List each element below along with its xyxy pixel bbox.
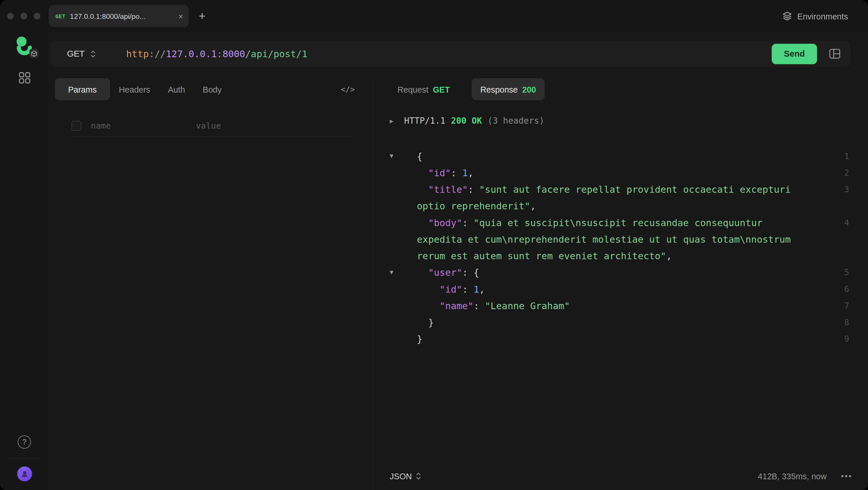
json-code: "id": 1, bbox=[417, 281, 811, 297]
tab-auth-label: Auth bbox=[168, 84, 185, 94]
json-code: } bbox=[417, 314, 811, 330]
app-logo[interactable] bbox=[14, 35, 35, 57]
tab-params[interactable]: Params bbox=[55, 78, 110, 100]
layers-icon bbox=[782, 11, 792, 21]
new-tab-button[interactable]: + bbox=[199, 9, 206, 23]
response-status-line: ▶ HTTP/1.1 200 OK (3 headers) bbox=[390, 114, 868, 128]
sidebar: ? bbox=[0, 32, 49, 490]
headers-collapse-icon[interactable]: ▶ bbox=[390, 117, 404, 124]
tab-response-status-badge: 200 bbox=[522, 84, 536, 94]
window-zoom-button[interactable] bbox=[34, 13, 40, 20]
line-number: 5 bbox=[844, 264, 868, 281]
window-minimize-button[interactable] bbox=[21, 13, 27, 20]
tab-close-icon[interactable]: × bbox=[178, 11, 183, 21]
updown-chevrons-icon bbox=[416, 472, 421, 480]
tab-response-label: Response bbox=[480, 84, 518, 94]
request-url[interactable]: http://127.0.0.1:8000/api/post/1 bbox=[126, 48, 308, 59]
json-code: { bbox=[417, 148, 811, 164]
updown-chevrons-icon bbox=[90, 50, 96, 58]
tab-body[interactable]: Body bbox=[194, 78, 230, 100]
sync-cube-icon[interactable] bbox=[29, 49, 39, 58]
json-code: "name": "Leanne Graham" bbox=[417, 297, 811, 314]
param-name-input[interactable] bbox=[91, 120, 196, 130]
tab-request-method-badge: GET bbox=[433, 84, 450, 94]
tab-title: 127.0.0.1:8000/api/po... bbox=[70, 12, 174, 20]
line-number: 1 bbox=[844, 148, 868, 164]
line-number: 8 bbox=[844, 314, 868, 330]
tab-auth[interactable]: Auth bbox=[159, 78, 194, 100]
json-code: "body": "quia et suscipit\nsuscipit recu… bbox=[417, 214, 811, 264]
response-panel: Request GET Response 200 ▶ HTTP/1.1 200 … bbox=[372, 76, 868, 490]
app-window: GET 127.0.0.1:8000/api/po... × + Environ… bbox=[0, 0, 868, 490]
json-line: "name": "Leanne Graham"7 bbox=[389, 297, 868, 314]
collapse-toggle-icon[interactable]: ▼ bbox=[389, 148, 417, 164]
tab-body-label: Body bbox=[203, 84, 222, 94]
title-bar: GET 127.0.0.1:8000/api/po... × + Environ… bbox=[0, 0, 868, 32]
url-bar: GET http://127.0.0.1:8000/api/post/1 Sen… bbox=[51, 40, 851, 67]
layout-grid-button[interactable] bbox=[827, 45, 843, 62]
json-line: "id": 1,2 bbox=[389, 165, 868, 181]
status-code: 200 OK bbox=[451, 116, 482, 126]
url-segment: 127.0.0.1 bbox=[166, 48, 217, 59]
param-row bbox=[71, 115, 354, 137]
sidebar-divider bbox=[9, 458, 40, 459]
main-content: GET http://127.0.0.1:8000/api/post/1 Sen… bbox=[49, 32, 868, 490]
workspace-panels: Params Headers Auth Body </> bbox=[49, 76, 868, 490]
response-tabs: Request GET Response 200 bbox=[373, 78, 868, 100]
url-segment: /api/post/1 bbox=[245, 48, 308, 59]
request-url-row: GET http://127.0.0.1:8000/api/post/1 Sen… bbox=[49, 32, 868, 76]
format-dropdown[interactable]: JSON bbox=[390, 471, 421, 481]
window-controls bbox=[0, 13, 49, 20]
tab-response[interactable]: Response 200 bbox=[471, 78, 545, 100]
url-segment: 8000 bbox=[222, 48, 245, 59]
tab-headers[interactable]: Headers bbox=[110, 78, 159, 100]
param-enabled-checkbox[interactable] bbox=[71, 120, 81, 130]
tab-request[interactable]: Request GET bbox=[389, 78, 459, 100]
json-code: "id": 1, bbox=[417, 165, 811, 181]
request-tabs: Params Headers Auth Body </> bbox=[55, 78, 362, 100]
more-options-button[interactable]: ••• bbox=[841, 471, 852, 481]
environments-button[interactable]: Environments bbox=[782, 11, 848, 21]
response-body: ▼{1 "id": 1,2 "title": "sunt aut facere … bbox=[373, 148, 868, 461]
json-line: }9 bbox=[389, 330, 868, 347]
param-value-input[interactable] bbox=[196, 120, 301, 130]
request-panel: Params Headers Auth Body </> bbox=[49, 76, 372, 490]
line-number: 7 bbox=[844, 297, 868, 314]
url-segment: : bbox=[217, 48, 222, 59]
window-close-button[interactable] bbox=[7, 13, 14, 20]
response-meta: 412B, 335ms, now bbox=[758, 471, 827, 481]
tab-request-label: Request bbox=[398, 84, 429, 94]
help-button[interactable]: ? bbox=[18, 435, 31, 449]
code-view-icon[interactable]: </> bbox=[341, 85, 355, 94]
environments-label: Environments bbox=[797, 11, 848, 21]
line-number: 4 bbox=[844, 214, 868, 231]
tab-method-badge: GET bbox=[55, 13, 66, 19]
method-label: GET bbox=[67, 49, 85, 59]
line-number: 6 bbox=[844, 281, 868, 297]
json-line: "body": "quia et suscipit\nsuscipit recu… bbox=[389, 214, 868, 264]
tab-headers-label: Headers bbox=[119, 84, 150, 94]
line-number: 2 bbox=[844, 165, 868, 181]
workspaces-grid-icon[interactable] bbox=[19, 72, 30, 84]
json-line: }8 bbox=[389, 314, 868, 330]
response-footer: JSON 412B, 335ms, now ••• bbox=[373, 461, 868, 490]
send-button[interactable]: Send bbox=[772, 44, 817, 64]
json-line: ▼{1 bbox=[389, 148, 868, 164]
format-label: JSON bbox=[390, 471, 412, 481]
json-code: } bbox=[417, 330, 811, 347]
user-avatar[interactable] bbox=[17, 466, 32, 482]
json-line: "title": "sunt aut facere repellat provi… bbox=[389, 181, 868, 214]
method-dropdown[interactable]: GET bbox=[67, 49, 96, 59]
line-number: 9 bbox=[844, 330, 868, 347]
line-number: 3 bbox=[844, 181, 868, 198]
request-tab[interactable]: GET 127.0.0.1:8000/api/po... × bbox=[49, 5, 189, 27]
collapse-toggle-icon[interactable]: ▼ bbox=[389, 264, 417, 281]
json-code: "user": { bbox=[417, 264, 811, 281]
url-segment: :// bbox=[149, 48, 166, 59]
tab-params-label: Params bbox=[68, 84, 97, 94]
protocol-label: HTTP/1.1 bbox=[404, 116, 445, 126]
json-line: "id": 1,6 bbox=[389, 281, 868, 297]
headers-count: (3 headers) bbox=[487, 116, 544, 126]
url-segment: http bbox=[126, 48, 149, 59]
json-line: ▼ "user": {5 bbox=[389, 264, 868, 281]
